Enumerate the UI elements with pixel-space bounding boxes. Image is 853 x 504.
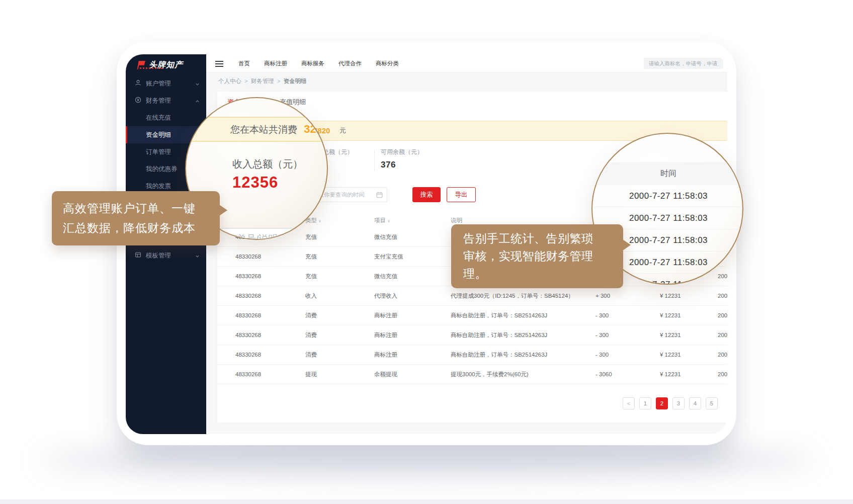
pagination-page-1[interactable]: 1 — [639, 397, 651, 409]
page-bottom-strip — [0, 499, 853, 504]
table-cell: 商标自助注册，订单号：SB2514263J — [451, 345, 547, 365]
table-cell: 商标自助注册，订单号：SB2514263J — [451, 325, 547, 345]
table-cell: 商标注册 — [374, 345, 397, 365]
callout-left: 高效管理账户订单、一键汇总数据，降低财务成本 — [52, 191, 220, 245]
table-cell: 2000-7-27 11:58:03 — [718, 365, 727, 384]
chevron-down-icon — [195, 253, 200, 260]
search-button[interactable]: 搜索 — [412, 187, 441, 202]
callout-left-line: 汇总数据，降低财务成本 — [63, 218, 209, 238]
pagination: <12345 — [623, 397, 718, 409]
sort-chevron-icon: ∨ — [318, 219, 321, 223]
sidebar-item-在线充值[interactable]: 在线充值 — [126, 109, 206, 126]
table-cell: 2000-7-27 11:58:03 — [718, 345, 727, 365]
table-cell: ¥ 12231 — [660, 306, 681, 325]
pagination-page-3[interactable]: 3 — [672, 397, 685, 409]
table-cell: 代理提成300元（ID:1245，订单号：SB45124） — [451, 286, 574, 306]
user-icon — [135, 79, 141, 88]
table-row: 48330268消费商标注册商标自助注册，订单号：SB2514263J- 300… — [217, 306, 727, 325]
sidebar-item-模板管理[interactable]: 模板管理 — [126, 247, 206, 264]
table-cell: 2000-7-27 11:58:03 — [718, 267, 727, 286]
stat-divider — [374, 150, 375, 171]
table-cell: 商标注册 — [374, 306, 397, 325]
table-cell: ¥ 12231 — [660, 286, 681, 306]
chevron-down-icon — [195, 81, 200, 88]
pagination-page-2[interactable]: 2 — [656, 397, 668, 409]
top-navigation: 首页商标注册商标服务代理合作商标分类 — [238, 54, 399, 72]
sidebar-item-财务管理[interactable]: 财务管理 — [126, 92, 206, 109]
topnav-item-商标服务[interactable]: 商标服务 — [301, 60, 324, 67]
callout-right-line: 理。 — [463, 265, 611, 283]
magnified-time-header: 时间 — [591, 162, 743, 185]
stat-balance-label: 可用余额（元） — [381, 148, 423, 156]
table-row: 48330268消费商标注册商标自助注册，订单号：SB2514263J- 300… — [217, 345, 727, 365]
callout-right: 告别手工统计、告别繁琐审核，实现智能财务管理理。 — [451, 224, 623, 288]
table-cell: 48330268 — [235, 267, 261, 286]
magnified-income-label: 收入总额（元） — [232, 157, 303, 171]
table-cell: 48330268 — [235, 306, 261, 325]
table-cell: 商标注册 — [374, 325, 397, 345]
callout-right-line: 审核，实现智能财务管理 — [463, 247, 611, 265]
table-cell: 充值 — [305, 247, 317, 267]
table-cell: - 300 — [595, 306, 609, 325]
table-cell: - 3060 — [595, 365, 612, 384]
sidebar-item-label: 账户管理 — [146, 79, 171, 88]
table-cell: 微信充值 — [374, 267, 397, 286]
topnav-item-商标分类[interactable]: 商标分类 — [376, 60, 399, 67]
topnav-item-首页[interactable]: 首页 — [238, 60, 250, 67]
stat-balance-value: 376 — [381, 160, 423, 170]
chevron-up-icon — [195, 98, 200, 105]
table-row: 48330268收入代理收入代理提成300元（ID:1245，订单号：SB451… — [217, 286, 727, 306]
table-cell: 48330268 — [235, 286, 261, 306]
pagination-page-5[interactable]: 5 — [706, 397, 718, 409]
hamburger-menu-icon[interactable] — [215, 61, 223, 68]
breadcrumb-item[interactable]: 个人中心 — [218, 78, 241, 84]
magnified-time-value: 2000-7-27 11:58:03 — [591, 185, 743, 207]
table-cell: 充值 — [305, 227, 317, 247]
breadcrumb: 个人中心>财务管理>资金明细 — [206, 72, 727, 90]
pagination-prev-button[interactable]: < — [623, 397, 635, 409]
laptop-floor-shadow — [40, 446, 815, 475]
sidebar-item-label: 我的发票 — [146, 182, 171, 191]
logo-subtext-dots — [140, 67, 163, 69]
calendar-icon[interactable] — [376, 191, 383, 200]
trademark-search-input[interactable] — [644, 58, 723, 69]
table-cell: - 300 — [595, 345, 609, 365]
table-cell: 消费 — [305, 325, 317, 345]
table-cell: 支付宝充值 — [374, 247, 403, 267]
breadcrumb-item: 资金明细 — [283, 78, 306, 84]
breadcrumb-separator: > — [244, 78, 248, 84]
table-cell: 消费 — [305, 306, 317, 325]
topbar: 首页商标注册商标服务代理合作商标分类 — [206, 54, 727, 72]
table-cell: - 300 — [595, 325, 609, 345]
table-cell: 48330268 — [235, 325, 261, 345]
sidebar-item-账户管理[interactable]: 账户管理 — [126, 75, 206, 92]
table-cell: 消费 — [305, 345, 317, 365]
sidebar-item-label: 资金明细 — [146, 131, 171, 139]
table-cell: 48330268 — [235, 345, 261, 365]
topnav-item-代理合作[interactable]: 代理合作 — [338, 60, 362, 67]
table-row: 48330268提现余额提现提现3000元，手续费2%(60元)- 3060¥ … — [217, 365, 727, 384]
table-cell: 48330268 — [235, 365, 261, 384]
page-background: 头牌知产 账户管理财务管理在线充值资金明细订单管理我的优惠券我的发票模板管理 首… — [0, 0, 853, 504]
table-cell: 2000-7-27 11:58:03 — [718, 325, 727, 345]
template-icon — [135, 251, 141, 260]
breadcrumb-separator: > — [277, 78, 281, 84]
pagination-page-4[interactable]: 4 — [689, 397, 701, 409]
table-cell: 2000-7-27 11:58:03 — [718, 306, 727, 325]
table-cell: 收入 — [305, 286, 317, 306]
export-button[interactable]: 导出 — [447, 187, 476, 202]
finance-icon — [135, 97, 141, 105]
table-cell: ¥ 12231 — [660, 345, 681, 365]
table-cell: 余额提现 — [374, 365, 397, 384]
table-cell: ¥ 12231 — [660, 365, 681, 384]
callout-right-line: 告别手工统计、告别繁琐 — [463, 230, 611, 247]
sidebar-item-label: 模板管理 — [146, 251, 171, 260]
magnified-banner: 您在本站共消费 32124 — [185, 117, 328, 142]
table-cell: 代理收入 — [374, 286, 397, 306]
callout-left-line: 高效管理账户订单、一键 — [63, 199, 209, 218]
magnified-income-value: 12356 — [232, 174, 278, 192]
topnav-item-商标注册[interactable]: 商标注册 — [264, 60, 287, 67]
breadcrumb-item[interactable]: 财务管理 — [251, 78, 274, 84]
column-header-项目[interactable]: 项目∨ — [374, 213, 390, 228]
table-cell: 提现 — [305, 365, 317, 384]
